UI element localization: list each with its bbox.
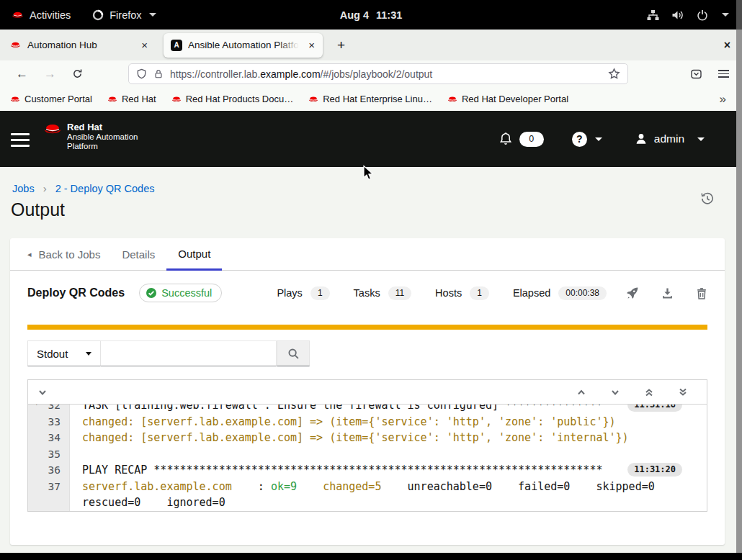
url-text: https://controller.lab.example.com/#/job… <box>170 68 602 80</box>
expand-task-caret-icon[interactable]: ▾ <box>35 405 39 412</box>
bell-icon[interactable] <box>499 132 513 146</box>
bookmark-item[interactable]: Red Hat Products Docu… <box>171 94 294 104</box>
timestamp-badge: 11:31:18 <box>627 405 682 412</box>
user-caret-icon[interactable] <box>697 137 705 141</box>
bookmark-item[interactable]: Red Hat <box>107 94 156 104</box>
log-row: ▾32TASK [training.web.firewall : Ensure … <box>28 405 707 414</box>
new-tab-button[interactable]: + <box>333 36 349 55</box>
redhat-favicon <box>10 96 20 103</box>
aap-brand-logo[interactable]: Red Hat Ansible Automation Platform <box>43 122 138 151</box>
scroll-bottom-icon[interactable] <box>678 387 688 397</box>
tab-title-fade <box>278 36 303 55</box>
hosts-label: Hosts <box>435 287 462 299</box>
log-rows: ▾32TASK [training.web.firewall : Ensure … <box>28 405 707 511</box>
log-line-gutter: 37 <box>28 479 70 511</box>
close-window-icon[interactable]: × <box>724 39 730 52</box>
card-tabs: ◂ Back to Jobs Details Output <box>10 238 725 271</box>
chevron-down-icon <box>149 13 156 17</box>
stdout-filter-select[interactable]: Stdout <box>27 340 101 366</box>
redhat-favicon <box>107 96 117 103</box>
tab-automation-hub[interactable]: Automation Hub × <box>0 30 157 60</box>
breadcrumb-separator-icon: › <box>43 182 47 194</box>
power-icon[interactable] <box>697 9 708 21</box>
tasks-count: 11 <box>388 286 411 300</box>
line-number: 34 <box>48 432 61 443</box>
scroll-previous-icon[interactable] <box>576 387 586 397</box>
close-tab-icon[interactable]: × <box>139 39 150 51</box>
network-icon[interactable] <box>647 9 659 21</box>
redhat-favicon <box>171 96 182 103</box>
firefox-icon <box>92 9 104 21</box>
bookmark-item[interactable]: Red Hat Developer Portal <box>447 94 568 104</box>
breadcrumb-jobs-link[interactable]: Jobs <box>12 183 35 194</box>
log-row: 35 <box>28 446 707 463</box>
close-tab-icon[interactable]: × <box>306 39 317 51</box>
breadcrumb-job-link[interactable]: 2 - Deploy QR Codes <box>55 183 155 194</box>
help-icon[interactable]: ? <box>572 132 587 147</box>
scroll-next-icon[interactable] <box>610 387 620 397</box>
tab-ansible-automation-platform[interactable]: A Ansible Automation Platform × <box>164 33 323 58</box>
bookmark-star-icon[interactable] <box>608 68 620 80</box>
volume-icon[interactable] <box>671 9 684 21</box>
log-row: 34changed: [serverf.lab.example.com] => … <box>28 430 707 446</box>
log-viewport[interactable]: ▾32TASK [training.web.firewall : Ensure … <box>28 405 707 511</box>
tab-details[interactable]: Details <box>110 238 166 270</box>
tasks-label: Tasks <box>354 287 380 299</box>
bookmark-item[interactable]: Customer Portal <box>10 94 92 104</box>
back-icon[interactable]: ← <box>16 67 28 81</box>
log-row: 33changed: [serverf.lab.example.com] => … <box>28 414 707 430</box>
chevron-down-icon <box>86 352 91 356</box>
tab-output[interactable]: Output <box>166 239 222 271</box>
search-icon <box>287 348 300 360</box>
bookmarks-overflow-icon[interactable]: » <box>720 92 726 107</box>
url-bar[interactable]: https://controller.lab.example.com/#/job… <box>128 63 628 84</box>
hamburger-menu-icon[interactable] <box>718 68 729 80</box>
redhat-favicon <box>308 96 318 103</box>
log-line-text: changed: [serverf.lab.example.com] => (i… <box>70 414 707 430</box>
user-icon <box>635 132 648 145</box>
tab-back-to-jobs[interactable]: ◂ Back to Jobs <box>27 248 100 261</box>
firefox-appmenu-button[interactable]: Firefox <box>92 9 156 21</box>
shield-icon[interactable] <box>136 68 147 79</box>
bookmarks-bar: Customer Portal Red Hat Red Hat Products… <box>0 87 742 111</box>
search-input[interactable] <box>101 340 277 366</box>
history-icon[interactable] <box>700 191 715 206</box>
browser-tab-bar: Automation Hub × A Ansible Automation Pl… <box>0 30 742 61</box>
log-line-gutter: 34 <box>28 430 70 446</box>
search-row: Stdout <box>27 340 707 366</box>
log-line-text: PLAY RECAP *****************************… <box>70 462 707 479</box>
reload-icon[interactable] <box>72 68 83 79</box>
download-icon[interactable] <box>661 287 674 299</box>
user-menu[interactable]: admin <box>654 132 684 145</box>
browser-nav-bar: ← → https://controller.lab.example.com/#… <box>0 60 742 87</box>
scroll-top-icon[interactable] <box>644 387 654 397</box>
redhat-favicon <box>10 41 21 49</box>
log-row: 36PLAY RECAP ***************************… <box>28 462 707 479</box>
elapsed-label: Elapsed <box>513 287 550 299</box>
log-line-text <box>70 446 707 463</box>
lock-icon[interactable] <box>153 68 164 79</box>
page-title: Output <box>0 194 742 220</box>
screen-edge-strip <box>736 0 742 560</box>
log-line-text: changed: [serverf.lab.example.com] => (i… <box>70 430 707 446</box>
forward-icon[interactable]: → <box>44 67 56 81</box>
search-button[interactable] <box>277 340 310 366</box>
log-row: 37serverf.lab.example.com : ok=9 changed… <box>28 479 707 511</box>
trash-icon[interactable] <box>696 287 707 299</box>
system-menu-caret-icon[interactable] <box>722 13 729 17</box>
job-progress-bar <box>27 325 707 330</box>
page-content: Jobs › 2 - Deploy QR Codes Output ◂ Back… <box>0 167 742 553</box>
redhat-fedora-icon <box>12 11 24 19</box>
plays-label: Plays <box>277 287 302 299</box>
job-stats: Plays1 Tasks11 Hosts1 Elapsed00:00:38 <box>253 286 707 300</box>
bookmark-item[interactable]: Red Hat Enterprise Linu… <box>308 94 432 104</box>
pocket-save-icon[interactable] <box>690 68 702 80</box>
relaunch-rocket-icon[interactable] <box>626 286 639 299</box>
clock[interactable]: Aug 4 11:31 <box>340 9 403 21</box>
collapse-all-chevron-icon[interactable] <box>37 387 48 397</box>
timestamp-badge: 11:31:20 <box>627 463 682 477</box>
activities-button[interactable]: Activities <box>12 9 71 21</box>
nav-toggle-hamburger-icon[interactable] <box>11 130 30 150</box>
aap-masthead: Red Hat Ansible Automation Platform 0 ? … <box>0 111 742 167</box>
help-caret-icon[interactable] <box>595 137 602 141</box>
